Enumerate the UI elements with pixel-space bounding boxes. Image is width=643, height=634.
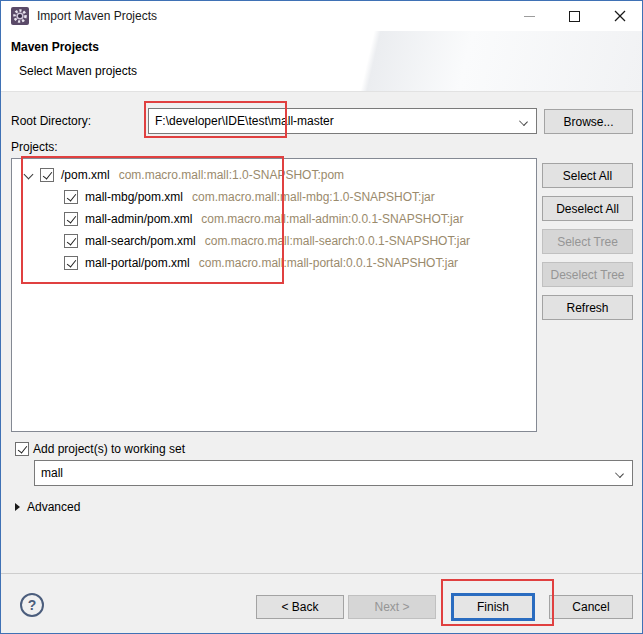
artifact-coordinates: com.macro.mall:mall-portal:0.0.1-SNAPSHO… bbox=[199, 256, 458, 270]
chevron-down-icon[interactable] bbox=[615, 469, 624, 478]
checkbox-checked-icon[interactable] bbox=[64, 234, 78, 248]
tree-row[interactable]: mall-portal/pom.xml com.macro.mall:mall-… bbox=[12, 252, 536, 274]
advanced-label: Advanced bbox=[27, 500, 80, 514]
finish-button[interactable]: Finish bbox=[451, 593, 535, 621]
refresh-button[interactable]: Refresh bbox=[542, 295, 633, 320]
page-title: Maven Projects bbox=[11, 40, 99, 54]
close-button[interactable] bbox=[597, 1, 642, 31]
checkbox-checked-icon[interactable] bbox=[64, 190, 78, 204]
pom-file-name: mall-admin/pom.xml bbox=[85, 212, 192, 226]
chevron-down-icon[interactable] bbox=[519, 117, 528, 126]
checkbox-checked-icon[interactable] bbox=[15, 442, 29, 456]
minimize-icon bbox=[524, 16, 535, 17]
tree-row[interactable]: mall-search/pom.xml com.macro.mall:mall-… bbox=[12, 230, 536, 252]
tree-row[interactable]: mall-mbg/pom.xml com.macro.mall:mall-mbg… bbox=[12, 186, 536, 208]
tree-expander-icon[interactable] bbox=[22, 168, 36, 182]
minimize-button[interactable] bbox=[507, 1, 552, 31]
pom-file-name: /pom.xml bbox=[61, 168, 110, 182]
select-tree-button[interactable]: Select Tree bbox=[542, 229, 633, 254]
title-bar: Import Maven Projects bbox=[1, 1, 642, 31]
projects-tree[interactable]: /pom.xml com.macro.mall:mall:1.0-SNAPSHO… bbox=[11, 158, 537, 432]
browse-button[interactable]: Browse... bbox=[544, 109, 633, 134]
tree-row[interactable]: /pom.xml com.macro.mall:mall:1.0-SNAPSHO… bbox=[12, 164, 536, 186]
artifact-coordinates: com.macro.mall:mall-search:0.0.1-SNAPSHO… bbox=[205, 234, 470, 248]
checkbox-checked-icon[interactable] bbox=[64, 212, 78, 226]
page-subtitle: Select Maven projects bbox=[19, 64, 137, 78]
select-all-button[interactable]: Select All bbox=[542, 163, 633, 188]
triangle-right-icon bbox=[15, 503, 20, 511]
deselect-all-button[interactable]: Deselect All bbox=[542, 196, 633, 221]
footer-separator bbox=[1, 573, 642, 574]
pom-file-name: mall-portal/pom.xml bbox=[85, 256, 190, 270]
working-set-checkbox-label: Add project(s) to working set bbox=[33, 442, 185, 456]
help-button[interactable]: ? bbox=[20, 593, 44, 617]
pom-file-name: mall-search/pom.xml bbox=[85, 234, 196, 248]
pom-file-name: mall-mbg/pom.xml bbox=[85, 190, 183, 204]
tree-row[interactable]: mall-admin/pom.xml com.macro.mall:mall-a… bbox=[12, 208, 536, 230]
wizard-banner: Maven Projects Select Maven projects bbox=[1, 31, 642, 92]
deselect-tree-button[interactable]: Deselect Tree bbox=[542, 262, 633, 287]
maximize-button[interactable] bbox=[552, 1, 597, 31]
artifact-coordinates: com.macro.mall:mall-mbg:1.0-SNAPSHOT:jar bbox=[192, 190, 435, 204]
next-button[interactable]: Next > bbox=[348, 595, 436, 619]
window-title: Import Maven Projects bbox=[37, 1, 157, 31]
cancel-button[interactable]: Cancel bbox=[549, 595, 633, 619]
maven-import-wizard-icon bbox=[11, 7, 29, 25]
artifact-coordinates: com.macro.mall:mall:1.0-SNAPSHOT:pom bbox=[119, 168, 344, 182]
maximize-icon bbox=[569, 11, 580, 22]
artifact-coordinates: com.macro.mall:mall-admin:0.0.1-SNAPSHOT… bbox=[201, 212, 463, 226]
back-button[interactable]: < Back bbox=[256, 595, 344, 619]
tree-actions: Select All Deselect All Select Tree Dese… bbox=[542, 163, 633, 320]
root-directory-value: F:\developer\IDE\test\mall-master bbox=[155, 114, 334, 128]
projects-label: Projects: bbox=[11, 140, 58, 154]
root-directory-combo[interactable]: F:\developer\IDE\test\mall-master bbox=[148, 108, 537, 134]
checkbox-checked-icon[interactable] bbox=[40, 168, 54, 182]
close-icon bbox=[614, 10, 626, 22]
advanced-expander[interactable]: Advanced bbox=[15, 500, 80, 514]
working-set-value: mall bbox=[41, 466, 63, 480]
import-maven-projects-dialog: Import Maven Projects Maven Projects Sel… bbox=[0, 0, 643, 634]
root-directory-label: Root Directory: bbox=[11, 114, 91, 128]
checkbox-checked-icon[interactable] bbox=[64, 256, 78, 270]
working-set-combo[interactable]: mall bbox=[34, 460, 633, 486]
